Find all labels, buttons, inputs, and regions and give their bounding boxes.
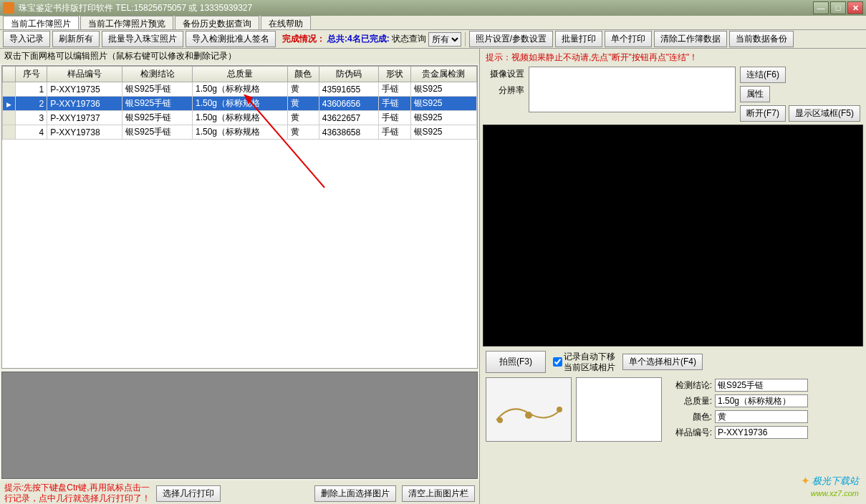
result-input[interactable] — [715, 379, 808, 392]
properties-button[interactable]: 属性 — [740, 86, 770, 102]
cell-seq[interactable]: 4 — [16, 125, 47, 140]
batch-import-photos-button[interactable]: 批量导入珠宝照片 — [102, 31, 183, 47]
main-tabs: 当前工作簿照片 当前工作簿照片预览 备份历史数据查询 在线帮助 — [0, 16, 866, 30]
col-code[interactable]: 防伪码 — [319, 67, 379, 82]
cell-result[interactable]: 银S925手链 — [122, 125, 193, 140]
single-print-button[interactable]: 单个打印 — [605, 31, 652, 47]
col-sample[interactable]: 样品编号 — [47, 67, 122, 82]
titlebar: 珠宝鉴定书排版打印软件 TEL:15825675057 或 1333593932… — [0, 0, 866, 16]
cell-color[interactable]: 黄 — [287, 125, 319, 140]
cell-metal[interactable]: 银S925 — [410, 111, 476, 125]
cell-mass[interactable]: 1.50g（标称规格 — [192, 97, 287, 111]
cell-code[interactable]: 43638658 — [319, 125, 379, 140]
row-indicator — [3, 97, 16, 111]
photo-settings-button[interactable]: 照片设置/参数设置 — [469, 31, 553, 47]
auto-next-checkbox[interactable] — [553, 357, 562, 367]
col-mass[interactable]: 总质量 — [192, 67, 287, 82]
refresh-all-button[interactable]: 刷新所有 — [52, 31, 100, 47]
cell-result[interactable]: 银S925手链 — [122, 97, 193, 111]
table-row[interactable]: 1P-XXY19735银S925手链1.50g（标称规格黄43591655手链银… — [3, 82, 477, 97]
cell-shape[interactable]: 手链 — [379, 97, 410, 111]
close-button[interactable]: ✕ — [847, 1, 863, 14]
mass-input[interactable] — [715, 394, 808, 407]
backup-current-button[interactable]: 当前数据备份 — [729, 31, 794, 47]
select-rows-print-button[interactable]: 选择几行打印 — [156, 485, 221, 502]
image-strip-area — [1, 372, 478, 479]
cell-code[interactable]: 43606656 — [319, 97, 379, 111]
delete-selected-image-button[interactable]: 删除上面选择图片 — [314, 485, 396, 502]
disconnect-button[interactable]: 断开(F7) — [740, 105, 786, 122]
cell-seq[interactable]: 1 — [16, 82, 47, 97]
show-region-button[interactable]: 显示区域框(F5) — [789, 105, 860, 122]
cell-seq[interactable]: 3 — [16, 111, 47, 125]
table-row[interactable]: 3P-XXY19737银S925手链1.50g（标称规格黄43622657手链银… — [3, 111, 477, 125]
clear-image-column-button[interactable]: 清空上面图片栏 — [402, 485, 475, 502]
camera-settings-box[interactable] — [529, 67, 736, 112]
row-indicator — [3, 125, 16, 140]
svg-point-2 — [497, 417, 503, 423]
col-metal[interactable]: 贵金属检测 — [410, 67, 476, 82]
result-label: 检测结论: — [670, 379, 712, 392]
video-preview — [483, 125, 863, 346]
cell-mass[interactable]: 1.50g（标称规格 — [192, 82, 287, 97]
cell-metal[interactable]: 银S925 — [410, 125, 476, 140]
multi-select-hint: 提示:先按下键盘Ctr键,再用鼠标点击一 行记录，点中几行就选择几行打印了！ — [4, 483, 150, 504]
cell-sample[interactable]: P-XXY19735 — [47, 82, 122, 97]
window-title: 珠宝鉴定书排版打印软件 TEL:15825675057 或 1333593932… — [19, 2, 813, 14]
sample-input[interactable] — [715, 426, 808, 439]
cam-settings-label: 摄像设置 — [486, 67, 524, 80]
tab-backup-history[interactable]: 备份历史数据查询 — [175, 16, 259, 29]
cell-code[interactable]: 43591655 — [319, 82, 379, 97]
batch-print-button[interactable]: 批量打印 — [555, 31, 602, 47]
cell-color[interactable]: 黄 — [287, 111, 319, 125]
separator — [465, 32, 466, 47]
cell-metal[interactable]: 银S925 — [410, 97, 476, 111]
col-result[interactable]: 检测结论 — [122, 67, 193, 82]
single-select-photo-button[interactable]: 单个选择相片(F4) — [622, 354, 703, 370]
data-grid[interactable]: 序号 样品编号 检测结论 总质量 颜色 防伪码 形状 贵金属检测 1P-XXY1… — [2, 66, 477, 140]
cell-color[interactable]: 黄 — [287, 97, 319, 111]
col-seq[interactable]: 序号 — [16, 67, 47, 82]
col-color[interactable]: 颜色 — [287, 67, 319, 82]
minimize-button[interactable]: — — [813, 1, 829, 14]
grid-hint: 双击下面网格可以编辑照片（鼠标右键可以修改和删除记录） — [0, 49, 479, 64]
grid-wrap[interactable]: 序号 样品编号 检测结论 总质量 颜色 防伪码 形状 贵金属检测 1P-XXY1… — [1, 65, 478, 369]
app-icon — [3, 2, 14, 14]
cell-shape[interactable]: 手链 — [379, 125, 410, 140]
color-input[interactable] — [715, 410, 808, 423]
thumbnail-1[interactable] — [486, 377, 572, 442]
connect-button[interactable]: 连结(F6) — [740, 67, 786, 83]
tab-photo-preview[interactable]: 当前工作簿照片预览 — [80, 16, 173, 29]
cell-result[interactable]: 银S925手链 — [122, 111, 193, 125]
svg-point-4 — [557, 407, 562, 412]
cell-metal[interactable]: 银S925 — [410, 82, 476, 97]
col-shape[interactable]: 形状 — [379, 67, 410, 82]
jewelry-icon — [489, 388, 568, 431]
cell-seq[interactable]: 2 — [16, 97, 47, 111]
cell-mass[interactable]: 1.50g（标称规格 — [192, 125, 287, 140]
cell-mass[interactable]: 1.50g（标称规格 — [192, 111, 287, 125]
resolution-label: 分辨率 — [486, 83, 524, 97]
clear-workbook-button[interactable]: 清除工作簿数据 — [654, 31, 727, 47]
import-signature-button[interactable]: 导入检测批准人签名 — [186, 31, 276, 47]
table-row[interactable]: 4P-XXY19738银S925手链1.50g（标称规格黄43638658手链银… — [3, 125, 477, 140]
tab-online-help[interactable]: 在线帮助 — [261, 16, 311, 29]
maximize-button[interactable]: □ — [830, 1, 846, 14]
capture-button[interactable]: 拍照(F3) — [486, 351, 546, 373]
table-row[interactable]: 2P-XXY19736银S925手链1.50g（标称规格黄43606656手链银… — [3, 97, 477, 111]
cell-code[interactable]: 43622657 — [319, 111, 379, 125]
toolbar: 导入记录 刷新所有 批量导入珠宝照片 导入检测批准人签名 完成情况： 总共:4名… — [0, 30, 866, 49]
cell-shape[interactable]: 手链 — [379, 111, 410, 125]
import-records-button[interactable]: 导入记录 — [3, 31, 50, 47]
cell-color[interactable]: 黄 — [287, 82, 319, 97]
auto-next-checkbox-label[interactable]: 记录自动下移当前区域相片 — [553, 352, 615, 372]
cell-shape[interactable]: 手链 — [379, 82, 410, 97]
tab-current-photos[interactable]: 当前工作簿照片 — [3, 16, 79, 29]
state-query-select[interactable]: 所有 — [428, 32, 461, 47]
cell-sample[interactable]: P-XXY19738 — [47, 125, 122, 140]
thumbnail-2[interactable] — [576, 377, 662, 442]
cell-sample[interactable]: P-XXY19736 — [47, 97, 122, 111]
col-indicator — [3, 67, 16, 82]
cell-sample[interactable]: P-XXY19737 — [47, 111, 122, 125]
cell-result[interactable]: 银S925手链 — [122, 82, 193, 97]
